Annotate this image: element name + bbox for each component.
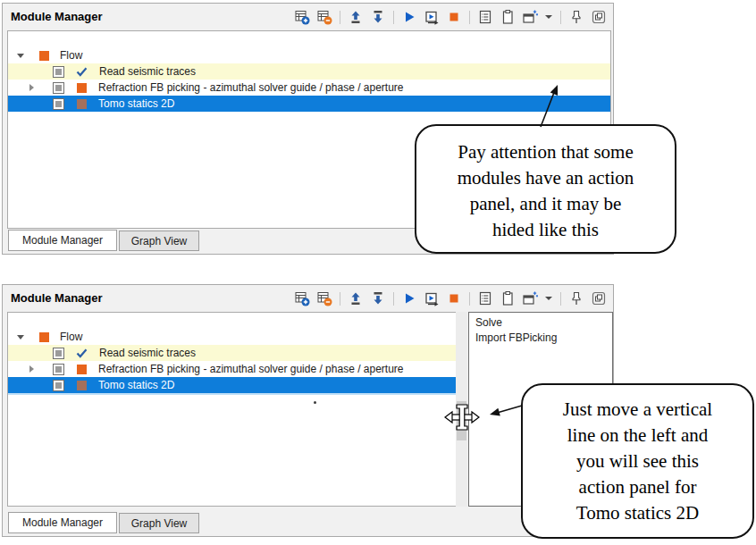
- action-item-solve[interactable]: Solve: [475, 315, 606, 331]
- move-up-icon[interactable]: [347, 8, 365, 26]
- tree-item-tomo-statics-2d[interactable]: Tomo statics 2D: [8, 96, 610, 112]
- new-window-icon[interactable]: [521, 8, 539, 26]
- toolbar-separator: [340, 11, 340, 24]
- run-flow-icon[interactable]: [423, 8, 441, 26]
- move-down-icon[interactable]: [369, 8, 387, 26]
- tree-item-label: Read seismic traces: [99, 347, 196, 359]
- move-up-icon[interactable]: [347, 289, 365, 307]
- remove-module-icon[interactable]: [315, 8, 333, 26]
- check-icon: [76, 67, 88, 77]
- toolbar-separator: [469, 292, 470, 306]
- paste-icon[interactable]: [499, 289, 517, 307]
- collapsed-arrow-icon[interactable]: [29, 84, 34, 91]
- toolbar: [293, 7, 608, 27]
- panel-title: Module Manager: [11, 291, 103, 305]
- tree-item-flow[interactable]: Flow: [8, 47, 610, 63]
- callout-line: Tomo statics 2D: [523, 500, 752, 526]
- callout-line: line on the left and: [523, 423, 752, 449]
- action-item-import-fbpicking[interactable]: Import FBPicking: [475, 331, 606, 346]
- module-checkbox[interactable]: [53, 66, 64, 78]
- flow-list-icon[interactable]: [476, 289, 494, 307]
- add-module-icon[interactable]: [293, 8, 311, 26]
- new-window-dropdown-icon[interactable]: [543, 289, 554, 307]
- module-icon: [77, 365, 87, 374]
- module-icon: [77, 83, 87, 93]
- callout-action-panel-hidden: Pay attention that some modules have an …: [415, 124, 676, 254]
- callout-line: hided like this: [416, 217, 675, 243]
- module-icon: [77, 99, 87, 109]
- run-icon[interactable]: [400, 289, 418, 307]
- panel-title: Module Manager: [11, 10, 103, 23]
- check-icon: [76, 348, 88, 358]
- float-panel-icon[interactable]: [590, 8, 608, 26]
- stop-icon[interactable]: [445, 289, 463, 307]
- add-module-icon[interactable]: [293, 289, 311, 307]
- callout-line: action panel for: [523, 474, 752, 500]
- remove-module-icon[interactable]: [315, 289, 333, 307]
- float-panel-icon[interactable]: [590, 289, 608, 307]
- tree-item-label: Refraction FB picking - azimuthal solver…: [98, 363, 404, 375]
- callout-line: Pay attention that some: [416, 139, 675, 165]
- expanded-arrow-icon[interactable]: [17, 335, 24, 340]
- new-window-icon[interactable]: [521, 289, 539, 307]
- flow-list-icon[interactable]: [476, 8, 494, 26]
- callout-line: you will see this: [523, 449, 752, 474]
- module-tree: Flow Read seismic traces Refraction FB p…: [7, 312, 457, 507]
- run-icon[interactable]: [400, 8, 418, 26]
- selection-underline: [8, 393, 456, 395]
- tree-item-label: Tomo statics 2D: [98, 379, 174, 391]
- callout-line: panel, and it may be: [416, 191, 675, 217]
- callout-line: Just move a vertical: [523, 397, 752, 423]
- tree-item-tomo-statics-2d[interactable]: Tomo statics 2D: [8, 377, 456, 393]
- new-window-dropdown-icon[interactable]: [543, 8, 554, 26]
- tree-item-label: Refraction FB picking - azimuthal solver…: [98, 81, 404, 94]
- splitter-handle[interactable]: [457, 401, 466, 440]
- move-down-icon[interactable]: [369, 289, 387, 307]
- paste-icon[interactable]: [499, 8, 517, 26]
- module-checkbox[interactable]: [53, 380, 64, 391]
- module-checkbox[interactable]: [53, 98, 64, 110]
- tree-item-refraction-fb-picking[interactable]: Refraction FB picking - azimuthal solver…: [8, 361, 456, 377]
- cursor-dot: [314, 401, 316, 404]
- tab-module-manager[interactable]: Module Manager: [8, 230, 117, 251]
- toolbar-separator: [469, 11, 470, 24]
- tab-module-manager[interactable]: Module Manager: [8, 512, 117, 533]
- tree-item-read-seismic-traces[interactable]: Read seismic traces: [8, 345, 456, 361]
- toolbar: [293, 289, 608, 308]
- module-icon: [77, 381, 87, 390]
- tab-graph-view[interactable]: Graph View: [119, 231, 199, 251]
- tree-item-label: Read seismic traces: [99, 65, 196, 78]
- pin-icon[interactable]: [567, 8, 585, 26]
- flow-icon: [39, 332, 49, 342]
- run-flow-icon[interactable]: [423, 289, 441, 307]
- toolbar-separator: [393, 292, 394, 306]
- panel-splitter[interactable]: [456, 312, 467, 507]
- callout-move-splitter: Just move a vertical line on the left an…: [521, 383, 754, 539]
- collapsed-arrow-icon[interactable]: [29, 365, 34, 373]
- flow-icon: [39, 51, 49, 61]
- module-checkbox[interactable]: [53, 82, 64, 94]
- tree-item-read-seismic-traces[interactable]: Read seismic traces: [8, 63, 610, 80]
- expanded-arrow-icon[interactable]: [17, 54, 24, 58]
- tab-graph-view[interactable]: Graph View: [119, 513, 199, 533]
- toolbar-separator: [340, 292, 340, 306]
- pin-icon[interactable]: [567, 289, 585, 307]
- tree-item-label: Flow: [60, 49, 82, 62]
- bottom-tab-bar: Module Manager Graph View: [8, 512, 199, 533]
- tree-item-label: Tomo statics 2D: [98, 97, 174, 110]
- callout-line: modules have an action: [416, 165, 675, 191]
- toolbar-separator: [560, 11, 561, 24]
- toolbar-separator: [560, 292, 561, 306]
- module-checkbox[interactable]: [53, 364, 64, 375]
- tree-item-flow[interactable]: Flow: [8, 329, 456, 345]
- tree-item-refraction-fb-picking[interactable]: Refraction FB picking - azimuthal solver…: [8, 80, 610, 96]
- stop-icon[interactable]: [445, 8, 463, 26]
- bottom-tab-bar: Module Manager Graph View: [8, 230, 199, 251]
- panel-header: Module Manager: [3, 285, 613, 311]
- panel-header: Module Manager: [3, 4, 613, 29]
- module-checkbox[interactable]: [53, 348, 64, 359]
- toolbar-separator: [393, 11, 394, 24]
- tree-item-label: Flow: [60, 331, 82, 343]
